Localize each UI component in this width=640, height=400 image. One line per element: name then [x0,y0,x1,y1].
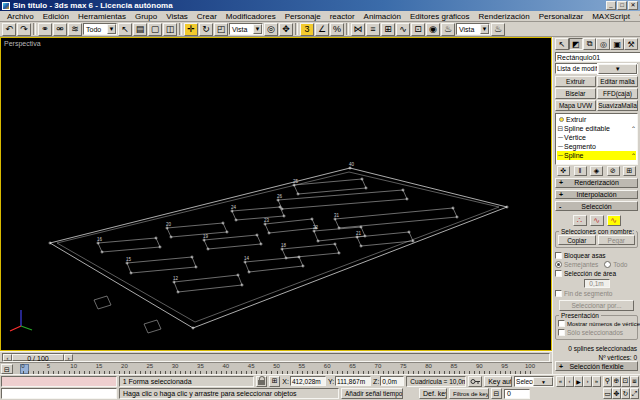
menu-reactor[interactable]: reactor [326,12,359,21]
paste-button[interactable]: Pegar [598,235,636,245]
title-bar[interactable]: Sin título - 3ds max 6 - Licencia autóno… [0,0,640,11]
object-name-field[interactable] [555,52,640,62]
menu-editores-gr-ficos[interactable]: Editores gráficos [406,12,474,21]
close-button[interactable]: ✕ [628,1,638,10]
undo-icon[interactable]: ↶ [2,23,16,36]
go-to-start-button[interactable]: « [556,376,565,387]
snap-toggle-3d-icon[interactable]: 3 [300,23,314,36]
menu-grupo[interactable]: Grupo [131,12,161,21]
go-to-end-button[interactable]: » [592,376,601,387]
menu-maxscript[interactable]: MAXScript [588,12,634,21]
track-bar[interactable]: ⊟ 05101520253035404550556065707580859095… [0,362,552,374]
arc-rotate-icon[interactable]: ↻ [621,388,630,399]
modifier-button-ffd-caja-[interactable]: FFD(caja) [597,88,638,99]
maxscript-listener-white[interactable] [1,388,117,399]
time-slider-handle[interactable]: 0 / 100 [12,354,64,361]
tab-motion[interactable]: ◎ [596,38,610,50]
menu-modificadores[interactable]: Modificadores [222,12,280,21]
time-slider[interactable]: ‹ 0 / 100 › [0,351,552,362]
visibility-bulb-icon[interactable] [559,117,564,122]
tab-utilities[interactable]: ⚒ [624,38,638,50]
key-mode-toggle[interactable]: ⊟ [491,388,502,399]
reference-coordinate-dropdown[interactable]: Vista▼ [229,23,263,35]
tab-hierarchy[interactable]: ⧉ [583,38,597,50]
window-crossing-icon[interactable]: ◫ [163,23,177,36]
segment-subobject-icon[interactable]: ∿ [590,215,604,226]
stack-item-segmento[interactable]: ─Segmento [557,142,636,151]
modifier-stack[interactable]: Extruir⊟Spline editable⌃─Vértice─Segment… [555,113,638,165]
key-filters-button[interactable]: Filtros de keys... [449,388,489,399]
select-and-move-icon[interactable]: ✛ [184,23,198,36]
menu-renderizaci-n[interactable]: Renderización [475,12,534,21]
zoom-icon[interactable]: ⚲ [603,376,612,387]
redo-icon[interactable]: ↷ [17,23,31,36]
time-forward-arrow[interactable]: › [64,354,73,361]
min-max-toggle-icon[interactable]: ⤢ [630,388,639,399]
zoom-extents-icon[interactable]: ⊡ [621,376,630,387]
time-back-arrow[interactable]: ‹ [3,354,12,361]
modifier-list-dropdown[interactable]: Lista de modificadores ▼ [555,63,638,74]
all-radio[interactable] [604,261,611,268]
select-by-button[interactable]: Seleccionar por... [559,300,634,311]
modifier-button-suavizamalla[interactable]: SuavizaMalla [597,100,638,111]
selection-lock-toggle[interactable] [256,376,267,387]
open-mini-curve-editor-icon[interactable]: ⊟ [1,364,13,374]
rollout-selection[interactable]: - Selección [555,201,638,211]
menu-animaci-n[interactable]: Animación [360,12,405,21]
select-and-rotate-icon[interactable]: ↻ [199,23,213,36]
selected-only-checkbox[interactable]: Sólo seleccionados [558,328,635,337]
alike-radio[interactable] [555,261,562,268]
modifier-button-extruir[interactable]: Extruir [555,76,596,87]
rectangular-selection-region-icon[interactable]: ▢ [148,23,162,36]
expand-tree-icon[interactable]: ⊟ [557,125,564,133]
menu-herramientas[interactable]: Herramientas [74,12,130,21]
menu-edici-n[interactable]: Edición [39,12,73,21]
viewport-label[interactable]: Perspectiva [4,40,41,47]
area-threshold-field[interactable]: 0,1m [584,279,610,288]
absolute-mode-toggle[interactable]: ⊞ [269,376,280,387]
selection-filter-dropdown[interactable]: Todo▼ [83,23,117,35]
schematic-view-icon[interactable]: ⊡ [411,23,425,36]
default-key-button[interactable]: Def. key [419,388,447,399]
maxscript-listener-pink[interactable] [1,376,117,387]
menu-personaje[interactable]: Personaje [281,12,325,21]
set-key-button[interactable] [468,376,482,387]
modifier-button-editar-malla[interactable]: Editar malla [597,76,638,87]
auto-key-button[interactable]: Key auto [484,376,512,387]
render-scene-icon[interactable]: ♨ [441,23,455,36]
modifier-button-biselar[interactable]: Biselar [555,88,596,99]
selection-set-dropdown[interactable]: Selección ▼ [514,376,554,387]
use-pivot-center-icon[interactable]: ◎ [264,23,278,36]
show-vertex-numbers-checkbox[interactable]: Mostrar números de vértice [558,319,635,328]
stack-item-extruir[interactable]: Extruir [557,115,636,124]
select-and-manipulate-icon[interactable]: ✥ [279,23,293,36]
vertex-subobject-icon[interactable]: ∴ [573,215,587,226]
copy-button[interactable]: Copiar [558,235,596,245]
configure-button-sets-icon[interactable]: ⊞ [623,166,636,176]
segment-end-checkbox[interactable]: Fin de segmento [555,289,638,298]
y-coordinate-field[interactable]: 111,867m [335,376,371,386]
material-editor-icon[interactable]: ◉ [426,23,440,36]
current-frame-field[interactable]: 0 [504,389,530,399]
pin-stack-icon[interactable]: ✜ [557,166,570,176]
tab-modify[interactable]: ◩ [569,38,583,50]
remove-modifier-icon[interactable]: ⊘ [607,166,620,176]
percent-snap-icon[interactable]: % [330,23,344,36]
select-and-scale-icon[interactable]: ◰ [214,23,228,36]
mirror-icon[interactable]: ⋈ [351,23,365,36]
angle-snap-icon[interactable]: ∠ [315,23,329,36]
curve-editor-icon[interactable]: ∿ [396,23,410,36]
stack-item-spline[interactable]: ─Spline⌃ [557,151,636,160]
previous-frame-button[interactable]: ‹ [565,376,574,387]
menu-personalizar[interactable]: Personalizar [535,12,587,21]
stack-item-spline-editable[interactable]: ⊟Spline editable⌃ [557,124,636,133]
minimize-button[interactable]: _ [606,1,616,10]
unlink-selection-icon[interactable]: ⚮ [53,23,67,36]
x-coordinate-field[interactable]: 412,028m [290,376,326,386]
align-icon[interactable]: ≡ [366,23,380,36]
menu--[interactable]: ? [635,12,640,21]
menu-archivo[interactable]: Archivo [3,12,38,21]
zoom-all-icon[interactable]: ⊕ [612,376,621,387]
maximize-button[interactable]: □ [617,1,627,10]
select-by-name-icon[interactable]: ▤ [133,23,147,36]
